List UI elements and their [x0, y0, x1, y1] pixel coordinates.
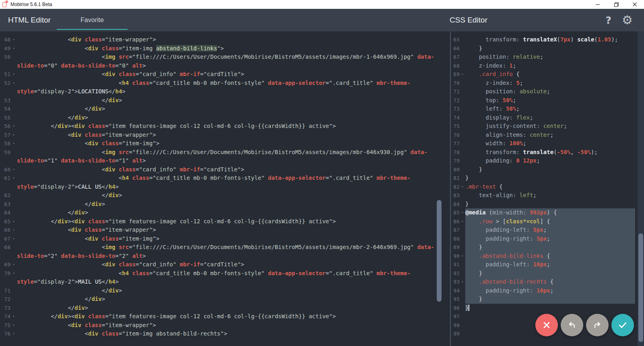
code-line[interactable]: 67▾ <div class="item-img"> — [0, 235, 450, 243]
fold-arrow-icon[interactable]: ▾ — [10, 235, 17, 243]
apply-button[interactable] — [611, 314, 634, 336]
code-line[interactable]: 81} — [451, 174, 644, 183]
code-line[interactable]: 60▾ <div class="card_info" mbr-if="cardT… — [0, 165, 450, 174]
code-line[interactable]: 89 } — [451, 243, 644, 252]
minimize-button[interactable] — [588, 0, 607, 9]
code-line[interactable]: 92 } — [451, 269, 644, 278]
help-icon[interactable]: ? — [606, 15, 612, 25]
code-line[interactable]: 83 text-align: left; — [451, 191, 644, 200]
fold-arrow-icon[interactable]: ▾ — [10, 312, 17, 321]
code-line[interactable]: 90▾ .abstand-bild-links { — [451, 252, 644, 261]
code-line[interactable]: 86▾ .row > [class*=col] { — [451, 217, 644, 226]
redo-button[interactable] — [586, 314, 609, 336]
code-line[interactable]: 57▾ <div class="item-wrapper"> — [0, 131, 450, 140]
code-line[interactable]: 59 <img src="file:///C:/Users/User/Docum… — [0, 148, 450, 165]
code-line[interactable]: 69▾ <div class="card_info" mbr-if="cardT… — [0, 260, 450, 269]
code-line[interactable]: 71 position: absolute; — [451, 87, 644, 96]
code-line[interactable]: 76▾ <div class="item-img abstand-bild-re… — [0, 330, 450, 338]
html-code-editor[interactable]: 48▾ <div class="item-wrapper">49▾ <div c… — [0, 31, 450, 338]
code-line[interactable]: 65▾ </div><div class="item features-imag… — [0, 217, 450, 226]
code-line[interactable]: 74▾ </div><div class="item features-imag… — [0, 312, 450, 321]
fold-arrow-icon[interactable]: ▾ — [10, 70, 17, 79]
fold-arrow-icon[interactable]: ▾ — [10, 44, 17, 53]
css-pane-scrollbar-thumb[interactable] — [638, 233, 643, 342]
code-line[interactable]: 84} — [451, 200, 644, 209]
code-line[interactable]: 68 z-index: 1; — [451, 62, 644, 70]
code-line[interactable]: 82▾.mbr-text { — [451, 183, 644, 192]
fold-arrow-icon[interactable]: ▾ — [10, 321, 17, 330]
html-pane-scrollbar-thumb[interactable] — [437, 200, 442, 302]
code-line[interactable]: 79 padding: 0 12px; — [451, 157, 644, 165]
code-line[interactable]: 66▾ <div class="item-wrapper"> — [0, 226, 450, 235]
code-line[interactable]: 96} — [451, 304, 644, 313]
fold-arrow-icon[interactable]: ▾ — [10, 35, 17, 44]
code-line[interactable]: 71 </div> — [0, 286, 450, 295]
fold-arrow-icon[interactable]: ▾ — [460, 70, 465, 79]
fold-arrow-icon[interactable]: ▾ — [460, 278, 465, 286]
close-window-button[interactable] — [625, 0, 644, 9]
code-line[interactable]: 78 transform: translate(-50%, -50%); — [451, 148, 644, 157]
code-line[interactable]: 73 left: 50%; — [451, 105, 644, 113]
fold-arrow-icon[interactable]: ▾ — [10, 330, 17, 338]
code-line[interactable]: 52▾ <h4 class="card_title mb-0 mbr-fonts… — [0, 79, 450, 96]
code-line[interactable]: 74 display: flex; — [451, 113, 644, 122]
fold-arrow-icon[interactable]: ▾ — [10, 226, 17, 235]
code-line[interactable]: 76 align-items: center; — [451, 131, 644, 140]
code-line[interactable]: 77 width: 100%; — [451, 139, 644, 148]
code-line[interactable]: 80 } — [451, 165, 644, 174]
undo-button[interactable] — [561, 314, 583, 336]
code-line[interactable]: 63 </div> — [0, 200, 450, 209]
css-editor-pane[interactable]: 65 transform: translateX(7px) scale(1.05… — [451, 31, 644, 346]
code-line[interactable]: 65 transform: translateX(7px) scale(1.05… — [451, 35, 644, 44]
tab-favorite[interactable]: Favorite — [57, 9, 128, 31]
fold-arrow-icon[interactable]: ▾ — [10, 165, 17, 174]
tab-html-editor[interactable]: HTML Editor — [8, 16, 51, 25]
code-line[interactable]: 55 </div> — [0, 113, 450, 122]
code-line[interactable]: 67 position: relative; — [451, 53, 644, 62]
code-line[interactable]: 70 z-index: 5; — [451, 79, 644, 88]
code-line[interactable]: 70▾ <h4 class="card_title mb-0 mbr-fonts… — [0, 269, 450, 286]
code-line[interactable]: 61▾ <h4 class="card_title mb-0 mbr-fonts… — [0, 174, 450, 191]
code-line[interactable]: 88 padding-right: 5px; — [451, 235, 644, 243]
fold-arrow-icon[interactable]: ▾ — [10, 131, 17, 140]
css-code-editor[interactable]: 65 transform: translateX(7px) scale(1.05… — [451, 31, 644, 338]
settings-gear-icon[interactable]: ⚙ — [622, 14, 633, 26]
code-line[interactable]: 68 <img src="file:///C:/Users/User/Docum… — [0, 243, 450, 260]
code-line[interactable]: 85▾@media (min-width: 992px) { — [451, 208, 644, 217]
code-line[interactable]: 50 <img src="file:///C:/Users/User/Docum… — [0, 53, 450, 70]
code-line[interactable]: 72 top: 50%; — [451, 96, 644, 105]
code-line[interactable]: 75 justify-content: center; — [451, 122, 644, 131]
code-line[interactable]: 72 </div> — [0, 295, 450, 304]
fold-arrow-icon[interactable]: ▾ — [10, 79, 17, 88]
fold-arrow-icon[interactable]: ▾ — [10, 217, 17, 226]
fold-arrow-icon[interactable]: ▾ — [10, 174, 17, 183]
discard-button[interactable] — [535, 314, 558, 336]
code-line[interactable]: 58▾ <div class="item-img"> — [0, 139, 450, 148]
code-line[interactable]: 66 } — [451, 44, 644, 53]
code-line[interactable]: 87 padding-left: 5px; — [451, 226, 644, 235]
code-line[interactable]: 75▾ <div class="item-wrapper"> — [0, 321, 450, 330]
restore-button[interactable] — [607, 0, 625, 9]
fold-arrow-icon[interactable]: ▾ — [10, 260, 17, 269]
code-line[interactable]: 94 padding-right: 16px; — [451, 286, 644, 295]
fold-arrow-icon[interactable]: ▾ — [460, 217, 465, 226]
code-line[interactable]: 73 </div> — [0, 304, 450, 313]
code-line[interactable]: 62 </div> — [0, 191, 450, 200]
code-line[interactable]: 93▾ .abstand-bild-rechts { — [451, 278, 644, 286]
fold-arrow-icon[interactable]: ▾ — [460, 183, 465, 192]
code-line[interactable]: 54 </div> — [0, 105, 450, 113]
code-line[interactable]: 69▾ .card_info { — [451, 70, 644, 79]
code-line[interactable]: 53 </div> — [0, 96, 450, 105]
html-editor-pane[interactable]: 48▾ <div class="item-wrapper">49▾ <div c… — [0, 31, 451, 346]
code-line[interactable]: 64 </div> — [0, 208, 450, 217]
code-line[interactable]: 51▾ <div class="card_info" mbr-if="cardT… — [0, 70, 450, 79]
fold-arrow-icon[interactable]: ▾ — [10, 269, 17, 278]
fold-arrow-icon[interactable]: ▾ — [460, 208, 465, 217]
code-line[interactable]: 91 padding-left: 16px; — [451, 260, 644, 269]
code-line[interactable]: 48▾ <div class="item-wrapper"> — [0, 35, 450, 44]
code-line[interactable]: 95 } — [451, 295, 644, 304]
code-line[interactable]: 49▾ <div class="item-img abstand-bild-li… — [0, 44, 450, 53]
fold-arrow-icon[interactable]: ▾ — [10, 139, 17, 148]
fold-arrow-icon[interactable]: ▾ — [10, 122, 17, 131]
code-line[interactable]: 56▾ </div><div class="item features-imag… — [0, 122, 450, 131]
